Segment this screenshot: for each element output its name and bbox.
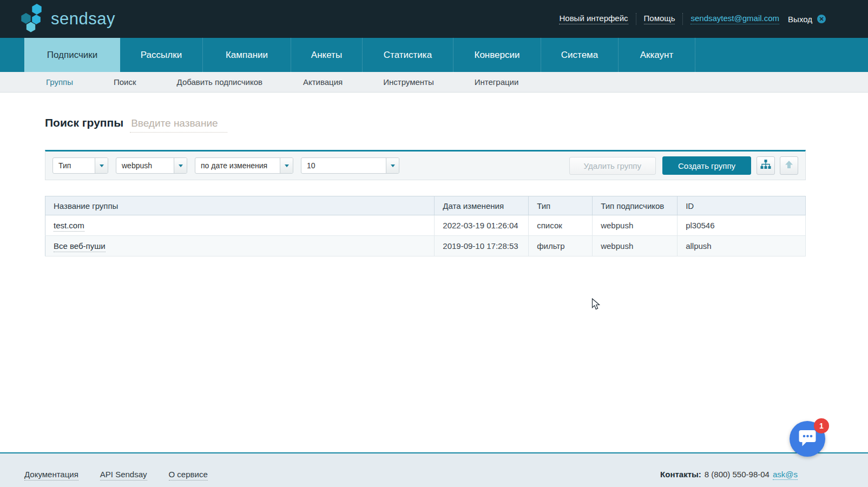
sub-navigation: Группы Поиск Добавить подписчиков Актива… [0,72,868,93]
chat-bubble-icon [798,429,817,449]
create-group-button[interactable]: Создать группу [662,156,751,175]
group-search-row: Поиск группы [45,116,806,133]
type-filter-value: Тип [53,161,95,170]
sitemap-icon [760,160,771,172]
delete-group-button[interactable]: Удалить группу [569,157,656,175]
sendsay-hexagon-logo-icon [21,3,44,35]
new-interface-link[interactable]: Новый интерфейс [559,14,628,24]
column-header-modified[interactable]: Дата изменения [435,196,529,215]
subnav-activation[interactable]: Активация [303,77,343,87]
chevron-down-icon [280,158,293,173]
about-service-link[interactable]: О сервисе [169,470,208,481]
logo-text: sendsay [51,9,115,29]
group-hierarchy-button[interactable] [757,156,775,175]
api-sendsay-link[interactable]: API Sendsay [100,470,147,481]
logout-link[interactable]: Выход [788,15,812,24]
sendsay-logo[interactable]: sendsay [21,3,115,35]
table-header-row: Название группы Дата изменения Тип Тип п… [45,196,806,215]
column-header-subscriber-type[interactable]: Тип подписчиков [593,196,678,215]
group-id: pl30546 [678,215,806,236]
groups-toolbar: Тип webpush по дате изменения 10 Удалить… [45,150,806,180]
table-row: Все веб-пуши 2019-09-10 17:28:53 фильтр … [45,236,806,256]
page-title: Поиск группы [45,116,123,129]
page-size-value: 10 [301,161,386,170]
sort-order-dropdown[interactable]: по дате изменения [195,157,293,174]
chat-unread-badge: 1 [814,418,829,433]
contacts-email-link[interactable]: ask@s [773,470,798,480]
tab-campaigns[interactable]: Кампании [203,38,291,72]
subnav-integrations[interactable]: Интеграции [475,77,519,87]
topbar-links: Новый интерфейс Помощь sendsaytest@gmail… [559,13,826,25]
topbar-separator [636,13,636,25]
tab-system[interactable]: Система [541,38,619,72]
group-search-input[interactable] [130,116,227,133]
subnav-groups[interactable]: Группы [46,77,73,87]
contacts-phone: 8 (800) 550-98-04 [705,470,770,479]
sort-order-value: по дате изменения [195,161,280,170]
type-filter-dropdown[interactable]: Тип [52,157,108,174]
subnav-tools[interactable]: Инструменты [383,77,434,87]
tab-surveys[interactable]: Анкеты [291,38,363,72]
top-header: sendsay Новый интерфейс Помощь sendsayte… [0,0,868,38]
chevron-down-icon [174,158,187,173]
group-subscriber-type: webpush [593,236,678,256]
chat-widget: 1 [790,421,825,457]
main-navigation: Подписчики Рассылки Кампании Анкеты Стат… [0,38,868,72]
subnav-add-subscribers[interactable]: Добавить подписчиков [177,77,262,87]
tab-mailings[interactable]: Рассылки [120,38,203,72]
group-id: allpush [678,236,806,256]
subscriber-type-filter-dropdown[interactable]: webpush [116,157,187,174]
subscriber-type-filter-value: webpush [116,161,174,170]
tab-account[interactable]: Аккаунт [619,38,695,72]
page-footer: Документация API Sendsay О сервисе Конта… [0,452,868,487]
help-link[interactable]: Помощь [644,14,675,24]
table-row: test.com 2022-03-19 01:26:04 список webp… [45,215,806,236]
contacts-label: Контакты: [660,470,701,479]
upload-arrow-icon [784,160,794,172]
group-modified-date: 2019-09-10 17:28:53 [435,236,529,256]
logout-power-icon[interactable]: ✕ [817,15,826,23]
group-type: фильтр [529,236,593,256]
subnav-search[interactable]: Поиск [114,77,136,87]
account-email-link[interactable]: sendsaytest@gmail.com [691,14,779,24]
tab-statistics[interactable]: Статистика [363,38,453,72]
page-size-dropdown[interactable]: 10 [301,157,399,174]
groups-table: Название группы Дата изменения Тип Тип п… [45,196,806,256]
main-content: Поиск группы Тип webpush по дате изменен… [0,116,868,452]
column-header-id[interactable]: ID [678,196,806,215]
tab-conversions[interactable]: Конверсии [453,38,541,72]
topbar-separator [682,13,683,25]
group-type: список [529,215,593,236]
chevron-down-icon [386,158,399,173]
chevron-down-icon [95,158,108,173]
import-upload-button[interactable] [780,156,798,175]
group-modified-date: 2022-03-19 01:26:04 [435,215,529,236]
group-subscriber-type: webpush [593,215,678,236]
column-header-name[interactable]: Название группы [45,196,435,215]
tab-subscribers[interactable]: Подписчики [24,38,120,72]
column-header-type[interactable]: Тип [529,196,593,215]
group-name-link[interactable]: test.com [54,221,84,232]
documentation-link[interactable]: Документация [24,470,78,481]
footer-contacts: Контакты: 8 (800) 550-98-04 ask@s [660,470,798,480]
group-name-link[interactable]: Все веб-пуши [54,241,106,252]
